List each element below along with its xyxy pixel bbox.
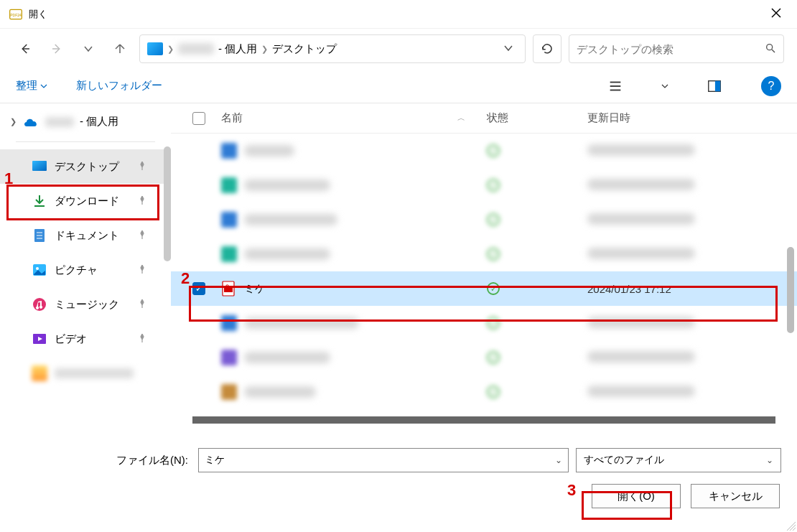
body: ❯ - 個人用 デスクトップ ダウンロード — [0, 103, 797, 434]
file-row-blurred[interactable]: ✓ — [171, 134, 797, 168]
up-button[interactable] — [108, 37, 132, 61]
video-icon — [32, 331, 47, 347]
disclose-icon[interactable]: ❯ — [10, 117, 17, 126]
sidebar-label: ミュージック — [55, 298, 119, 312]
pin-icon — [138, 334, 146, 345]
pin-icon — [138, 162, 146, 172]
pin-icon — [138, 265, 146, 276]
toolbar: 整理 新しいフォルダー ? — [0, 69, 797, 103]
col-date-header[interactable]: 更新日時 — [587, 111, 797, 125]
filename-label: ファイル名(N): — [116, 454, 188, 467]
sidebar-scrollbar[interactable] — [164, 146, 171, 261]
sidebar-user-blurred — [45, 117, 74, 127]
sidebar-item-music[interactable]: ミュージック — [0, 287, 171, 322]
sidebar-label: ドキュメント — [55, 229, 119, 243]
sidebar-item-pictures[interactable]: ピクチャ — [0, 253, 171, 287]
new-folder-button[interactable]: 新しいフォルダー — [76, 79, 162, 93]
file-row-blurred[interactable]: ✓ — [171, 168, 797, 202]
svg-point-21 — [33, 298, 46, 311]
desktop-icon — [32, 159, 47, 174]
sidebar-item-videos[interactable]: ビデオ — [0, 322, 171, 356]
sidebar-label: ピクチャ — [55, 263, 98, 277]
file-row-blurred[interactable]: ✓ — [171, 202, 797, 237]
pin-icon — [138, 299, 146, 310]
annotation-number-1: 1 — [4, 169, 13, 188]
filename-field[interactable]: ミケ ⌄ — [198, 448, 569, 472]
help-button[interactable]: ? — [761, 76, 781, 96]
blurred-label — [55, 368, 134, 378]
svg-point-20 — [36, 267, 39, 270]
refresh-button[interactable] — [533, 34, 561, 63]
sidebar-item-documents[interactable]: ドキュメント — [0, 218, 171, 253]
sort-indicator: ︿ — [457, 113, 465, 123]
search-box[interactable] — [569, 34, 784, 63]
filter-value: すべてのファイル — [584, 454, 664, 467]
sidebar-label: ビデオ — [55, 332, 87, 346]
col-status-header[interactable]: 状態 — [487, 111, 587, 125]
horizontal-scrollbar[interactable] — [192, 416, 775, 424]
filename-value: ミケ — [205, 454, 225, 467]
svg-text:PDF24: PDF24 — [10, 12, 22, 17]
recent-dropdown[interactable] — [76, 37, 101, 61]
music-icon — [32, 297, 47, 312]
search-icon — [765, 42, 776, 56]
column-headers: 名前 ︿ 状態 更新日時 — [171, 103, 797, 134]
cloud-icon — [22, 116, 39, 128]
app-icon: PDF24 — [9, 7, 23, 22]
search-input[interactable] — [577, 43, 765, 55]
file-row-blurred[interactable]: ✓ — [171, 340, 797, 375]
svg-point-6 — [767, 44, 773, 50]
chevron-right-icon: ❯ — [261, 45, 268, 54]
chevron-right-icon: ❯ — [167, 45, 174, 54]
breadcrumb-user-blurred — [178, 43, 214, 55]
svg-line-7 — [772, 50, 775, 52]
sidebar-personal-label: - 個人用 — [80, 115, 118, 129]
footer: ファイル名(N): ミケ ⌄ すべてのファイル ⌄ 開く(O) キャンセル — [0, 434, 797, 520]
pictures-icon — [32, 262, 47, 278]
window-title: 開く — [29, 8, 47, 21]
breadcrumb-dropdown[interactable] — [496, 43, 521, 55]
divider — [16, 141, 155, 142]
sidebar-item-blurred[interactable] — [0, 356, 171, 391]
breadcrumb-personal[interactable]: - 個人用 — [218, 42, 257, 56]
document-icon — [32, 228, 47, 243]
sidebar: ❯ - 個人用 デスクトップ ダウンロード — [0, 103, 171, 434]
close-button[interactable] — [764, 4, 788, 24]
resize-grip[interactable] — [784, 519, 796, 531]
annotation-number-3: 3 — [567, 481, 576, 500]
organize-menu[interactable]: 整理 — [16, 79, 47, 93]
sidebar-onedrive[interactable]: ❯ - 個人用 — [0, 109, 171, 134]
annotation-box-1 — [6, 185, 159, 220]
svg-rect-12 — [715, 80, 720, 91]
chevron-down-icon: ⌄ — [766, 455, 773, 465]
view-dropdown[interactable] — [659, 75, 671, 97]
vertical-scrollbar[interactable] — [787, 247, 794, 333]
blurred-icon — [32, 365, 47, 381]
back-button[interactable] — [13, 37, 37, 61]
view-list-button[interactable] — [605, 75, 626, 97]
file-list: ✓ ✓ ✓ ✓ ✓ ミケ ✓ 2024/01/23 17:12 ✓ ✓ ✓ — [171, 134, 797, 409]
forward-button[interactable] — [45, 37, 69, 61]
breadcrumb[interactable]: ❯ - 個人用 ❯ デスクトップ — [139, 34, 526, 63]
filetype-filter[interactable]: すべてのファイル ⌄ — [576, 448, 781, 472]
pin-icon — [138, 230, 146, 241]
titlebar: PDF24 開く — [0, 0, 797, 29]
cancel-button[interactable]: キャンセル — [691, 484, 780, 508]
sidebar-item-desktop[interactable]: デスクトップ — [0, 149, 171, 184]
filename-row: ファイル名(N): ミケ ⌄ すべてのファイル ⌄ — [16, 448, 781, 472]
preview-pane-button[interactable] — [704, 75, 725, 97]
svg-line-27 — [793, 528, 796, 531]
folder-icon — [147, 42, 163, 55]
svg-rect-13 — [32, 161, 47, 171]
svg-line-26 — [790, 525, 796, 531]
annotation-box-3 — [582, 491, 672, 520]
annotation-box-2 — [189, 286, 778, 322]
annotation-number-2: 2 — [181, 269, 190, 288]
select-all-checkbox[interactable] — [192, 112, 205, 125]
file-panel: 名前 ︿ 状態 更新日時 ✓ ✓ ✓ ✓ ✓ ミケ ✓ 2024/01/23 1… — [171, 103, 797, 434]
file-row-blurred[interactable]: ✓ — [171, 237, 797, 271]
breadcrumb-desktop[interactable]: デスクトップ — [272, 42, 337, 56]
col-name-header[interactable]: 名前 ︿ — [221, 111, 487, 125]
file-row-blurred[interactable]: ✓ — [171, 375, 797, 409]
sidebar-label: デスクトップ — [55, 160, 119, 174]
